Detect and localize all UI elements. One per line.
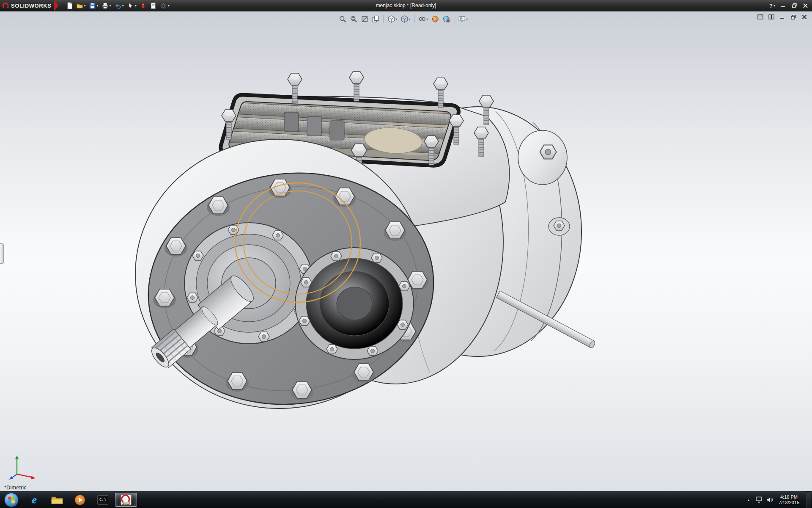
close-button[interactable]	[800, 1, 810, 10]
help-button[interactable]: ? ▾	[767, 1, 777, 10]
dropdown-arrow-icon: ▾	[110, 4, 111, 8]
save-icon	[89, 2, 96, 9]
display-style-icon	[401, 15, 408, 23]
select-button[interactable]: ▾	[126, 1, 138, 11]
model-viewport[interactable]: ▾ ▾ ▾	[0, 11, 812, 491]
new-document-button[interactable]	[65, 1, 74, 11]
minimize-icon	[781, 4, 785, 8]
quick-access-toolbar: ▾ ▾ ▾ ▾ ▾	[61, 1, 171, 11]
show-desktop-button[interactable]	[806, 491, 811, 508]
tray-volume-button[interactable]	[766, 494, 774, 505]
tray-network-button[interactable]	[755, 494, 763, 505]
hide-show-eye-icon	[418, 15, 426, 23]
section-view-button[interactable]	[359, 14, 370, 24]
taskbar: e C:\ 2015 ▴	[0, 491, 812, 508]
gearbox-model[interactable]	[0, 11, 812, 491]
document-minimize-button[interactable]	[778, 14, 787, 20]
minimize-icon	[780, 15, 785, 19]
taskbar-solidworks-2015[interactable]: 2015	[115, 493, 137, 507]
tile-windows-button[interactable]	[767, 14, 776, 20]
solidworks-logo-text: SOLIDWORKS	[11, 3, 52, 9]
rebuild-icon	[140, 2, 147, 9]
internet-explorer-icon: e	[32, 494, 37, 505]
view-orientation-button[interactable]: ▾	[386, 14, 398, 24]
file-properties-icon	[150, 2, 157, 9]
close-icon	[803, 3, 808, 8]
headsup-view-toolbar: ▾ ▾ ▾	[337, 14, 469, 24]
solidworks-menu-button[interactable]: SOLIDWORKS	[0, 0, 54, 11]
toolbar-separator	[414, 15, 414, 23]
zoom-to-area-button[interactable]	[348, 14, 359, 24]
view-settings-icon	[458, 15, 466, 23]
undo-button[interactable]: ▾	[113, 1, 125, 11]
taskbar-clock[interactable]: 4:16 PM 7/13/2015	[776, 494, 801, 505]
select-cursor-icon	[127, 2, 134, 9]
options-button[interactable]: ▾	[159, 1, 171, 11]
view-selector-icon	[372, 15, 379, 23]
open-button[interactable]: ▾	[75, 1, 87, 11]
clock-date: 7/13/2015	[779, 500, 799, 505]
dropdown-arrow-icon: ▾	[135, 4, 137, 8]
save-button[interactable]: ▾	[88, 1, 100, 11]
clock-time: 4:16 PM	[779, 494, 799, 500]
rebuild-button[interactable]	[138, 1, 148, 11]
close-icon	[802, 14, 807, 19]
window-controls: ? ▾	[767, 1, 812, 10]
restore-icon	[791, 15, 796, 19]
dropdown-arrow-icon: ▾	[84, 4, 86, 8]
solidworks-version-badge: 2015	[115, 501, 137, 505]
media-player-icon	[74, 494, 85, 505]
folder-icon	[51, 495, 63, 505]
window-icon	[757, 14, 763, 19]
solidworks-logo-icon	[2, 2, 9, 9]
menu-flyout-tab[interactable]	[54, 0, 59, 11]
open-icon	[76, 2, 83, 9]
restore-icon	[792, 3, 797, 8]
undo-icon	[114, 2, 121, 9]
solidworks-app: { "colors": { "accent_orange": "#dc9f3f"…	[0, 0, 812, 508]
view-settings-button[interactable]: ▾	[457, 14, 469, 24]
featuremanager-collapsed-tab[interactable]	[0, 243, 4, 264]
hide-show-items-button[interactable]: ▾	[417, 14, 429, 24]
zoom-to-fit-icon	[339, 15, 346, 23]
zoom-to-area-icon	[350, 15, 357, 23]
section-view-icon	[361, 15, 368, 23]
network-icon	[756, 497, 763, 503]
document-close-button[interactable]	[800, 14, 809, 20]
windows-start-orb-icon	[4, 492, 19, 508]
view-selector-button[interactable]	[370, 14, 381, 24]
chevron-up-icon: ▴	[748, 498, 750, 502]
dropdown-arrow-icon: ▾	[426, 17, 428, 21]
zoom-to-fit-button[interactable]	[337, 14, 348, 24]
start-button[interactable]	[0, 491, 23, 508]
display-style-button[interactable]: ▾	[399, 14, 411, 24]
dropdown-arrow-icon: ▾	[168, 4, 170, 8]
print-button[interactable]: ▾	[100, 1, 112, 11]
apply-scene-button[interactable]	[441, 14, 451, 24]
file-properties-button[interactable]	[148, 1, 158, 11]
dropdown-arrow-icon: ▾	[774, 4, 775, 8]
document-restore-button[interactable]	[789, 14, 798, 20]
orientation-triad-icon	[8, 452, 39, 483]
minimize-button[interactable]	[778, 1, 788, 10]
apply-scene-globe-icon	[442, 15, 450, 23]
system-tray: ▴ 4:16 PM 7/13/2015	[745, 491, 812, 508]
print-icon	[102, 2, 109, 9]
dropdown-arrow-icon: ▾	[466, 17, 468, 21]
restore-button[interactable]	[789, 1, 799, 10]
document-window-controls	[756, 14, 809, 20]
edit-appearance-button[interactable]	[430, 14, 440, 24]
edit-appearance-sphere-icon	[431, 15, 439, 23]
new-document-icon	[66, 2, 73, 9]
view-orientation-cube-icon	[387, 15, 395, 23]
show-hidden-icons-button[interactable]: ▴	[745, 494, 752, 505]
taskbar-command-prompt[interactable]: C:\	[92, 491, 114, 508]
taskbar-internet-explorer[interactable]: e	[23, 491, 45, 508]
view-orientation-label: *Dimetric	[4, 484, 27, 491]
volume-icon	[766, 497, 774, 503]
new-window-button[interactable]	[756, 14, 765, 20]
tiled-windows-icon	[768, 14, 774, 19]
taskbar-media-player[interactable]	[69, 491, 91, 508]
dropdown-arrow-icon: ▾	[122, 4, 124, 8]
taskbar-windows-explorer[interactable]	[46, 491, 68, 508]
